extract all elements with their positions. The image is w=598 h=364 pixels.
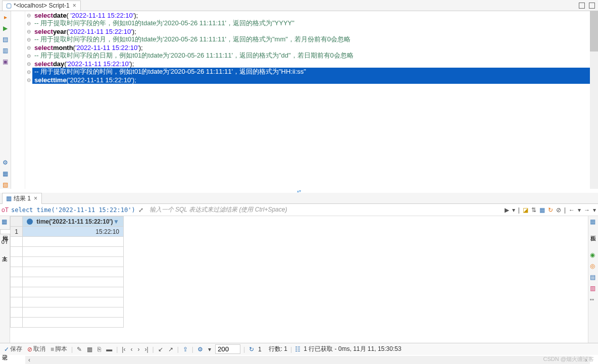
- nav1-icon[interactable]: ↙: [157, 346, 164, 353]
- fold-marker[interactable]: ⊖: [25, 51, 32, 60]
- page-size-input[interactable]: [215, 344, 240, 354]
- editor-tab-bar: ▢ *<localhost> Script-1 ×: [0, 0, 598, 11]
- script-button[interactable]: ≡脚本: [49, 345, 68, 353]
- fold-marker[interactable]: ⊖: [25, 35, 32, 43]
- panel3-icon[interactable]: ▤: [590, 274, 597, 281]
- row-number[interactable]: 1: [11, 227, 23, 237]
- left-vertical-tabs: ▦ 网格 oT 文本 记录: [0, 216, 10, 352]
- panel1-icon[interactable]: ◉: [590, 251, 597, 258]
- filter-input[interactable]: 输入一个 SQL 表达式来过滤结果 (使用 Ctrl+Space): [146, 205, 502, 214]
- grid-icon[interactable]: ▦: [86, 346, 93, 353]
- link-icon[interactable]: ▦: [2, 170, 10, 178]
- grid-corner[interactable]: [11, 217, 23, 227]
- pin-icon[interactable]: ⊘: [556, 206, 561, 214]
- dropdown-icon[interactable]: ▾: [593, 206, 596, 214]
- executed-sql: select time('2022-11-11 15:22:10'): [11, 206, 135, 214]
- filter-toggle-icon[interactable]: ◪: [523, 206, 528, 214]
- nav2-icon[interactable]: ↗: [167, 346, 174, 353]
- fold-marker[interactable]: ⊖: [25, 60, 32, 68]
- results-tab-bar: ▦ 结果 1 ×: [0, 193, 598, 204]
- rows-label: 行数: 1: [269, 345, 287, 353]
- text-vtab[interactable]: 文本: [0, 249, 10, 253]
- settings-icon[interactable]: ⚙: [2, 159, 10, 167]
- column-header[interactable]: time('2022-11-11 15:22:10') ▼: [23, 217, 124, 227]
- back-icon[interactable]: ←: [569, 206, 575, 214]
- fold-marker[interactable]: ⊖: [25, 43, 32, 51]
- watermark: CSDN @烟火缠过客: [543, 355, 594, 363]
- close-icon[interactable]: ×: [72, 2, 77, 9]
- settings-icon[interactable]: ⚙: [196, 346, 204, 353]
- panel5-icon[interactable]: ▪▪: [590, 296, 597, 303]
- window-controls: [579, 3, 598, 9]
- panels-vtab[interactable]: 面板: [588, 229, 598, 233]
- panels-icon[interactable]: ▦: [590, 218, 597, 225]
- dropdown-icon[interactable]: ▾: [512, 206, 515, 214]
- commit-icon[interactable]: ▣: [2, 58, 10, 66]
- refresh-icon[interactable]: ↻: [548, 206, 553, 214]
- tab-title: *<localhost> Script-1: [14, 2, 70, 9]
- vertical-scrollbar[interactable]: [590, 11, 598, 189]
- execute-icon[interactable]: ▸: [2, 13, 10, 21]
- status-bar: ✓保存 ⊘取消 ≡脚本 | ✎ ▦ ⎘ ▬ | |‹ ‹ › ›| | ↙ ↗ …: [0, 343, 598, 355]
- page-number: 1: [258, 346, 262, 353]
- sql-icon: oT: [2, 207, 8, 213]
- minimize-icon[interactable]: [579, 3, 585, 9]
- prev-page-icon[interactable]: ‹: [129, 346, 133, 353]
- explain-icon[interactable]: ▤: [2, 35, 10, 43]
- script-tab[interactable]: ▢ *<localhost> Script-1 ×: [2, 1, 81, 11]
- next-page-icon[interactable]: ›: [136, 346, 140, 353]
- info-icon: ☷: [295, 346, 301, 353]
- export-icon[interactable]: ⇪: [182, 346, 189, 353]
- expand-icon[interactable]: ⤢: [138, 206, 143, 214]
- fold-marker[interactable]: ⊖: [25, 11, 32, 19]
- fold-marker[interactable]: ⊖: [25, 27, 32, 35]
- panel4-icon[interactable]: ▥: [590, 285, 597, 292]
- filter-icon[interactable]: ▼: [113, 218, 119, 225]
- play-icon[interactable]: ▶: [505, 206, 509, 214]
- data-cell[interactable]: 15:22:10: [23, 227, 124, 237]
- delete-icon[interactable]: ▬: [105, 346, 113, 353]
- db-icon[interactable]: ▧: [2, 181, 10, 189]
- refresh-icon[interactable]: ↻: [248, 346, 255, 353]
- editor-area: ▸ ▶ ▤ ▥ ▣ ⚙ ▦ ▧ ⊖ ⊖ ⊖ ⊖ ⊖ ⊖ ⊖ ⊖ ⊖ select…: [0, 11, 598, 189]
- results-tab[interactable]: ▦ 结果 1 ×: [2, 193, 42, 204]
- horizontal-scrollbar[interactable]: ‹ ›: [25, 356, 590, 364]
- plan-icon[interactable]: ▥: [2, 46, 10, 55]
- text-view-icon[interactable]: oT: [2, 238, 9, 245]
- grid-vtab[interactable]: 网格: [0, 229, 10, 234]
- dropdown-icon[interactable]: ▾: [207, 346, 212, 353]
- last-page-icon[interactable]: ›|: [143, 346, 149, 353]
- sql-file-icon: ▢: [6, 3, 12, 9]
- save-button[interactable]: ✓保存: [3, 345, 23, 353]
- grid-icon: ▦: [6, 195, 12, 201]
- maximize-icon[interactable]: [589, 3, 595, 9]
- execute-script-icon[interactable]: ▶: [2, 24, 10, 32]
- grid-view-icon[interactable]: ▦: [2, 218, 9, 225]
- line-gutter: [11, 11, 25, 189]
- results-grid[interactable]: time('2022-11-11 15:22:10') ▼ 1 15:22:10: [10, 216, 588, 352]
- dropdown-icon[interactable]: ▾: [578, 206, 581, 214]
- sash-handle[interactable]: ▴▾: [0, 189, 598, 193]
- forward-icon[interactable]: →: [584, 206, 590, 214]
- results-tab-label: 结果 1: [14, 194, 31, 203]
- code-editor[interactable]: select date( '2022-11-11 15:22:10' ); --…: [32, 11, 598, 189]
- fetch-status: 1 行已获取 - 0ms, 11月 11, 15:30:53: [304, 345, 401, 353]
- edit-icon[interactable]: ✎: [76, 346, 83, 353]
- results-body: ▦ 网格 oT 文本 记录 time('2022-11-11 15:22:10'…: [0, 216, 598, 352]
- fold-marker[interactable]: ⊖: [25, 76, 32, 84]
- copy-icon[interactable]: ⎘: [96, 346, 102, 353]
- close-icon[interactable]: ×: [33, 195, 38, 202]
- sort-icon[interactable]: ⇅: [531, 206, 536, 214]
- fold-marker[interactable]: ⊖: [25, 19, 32, 27]
- left-toolbar: ▸ ▶ ▤ ▥ ▣ ⚙ ▦ ▧: [0, 11, 11, 189]
- cancel-button[interactable]: ⊘取消: [26, 345, 46, 353]
- results-toolbar: oT select time('2022-11-11 15:22:10') ⤢ …: [0, 204, 598, 216]
- fold-marker[interactable]: ⊖: [25, 68, 32, 76]
- first-page-icon[interactable]: |‹: [121, 346, 126, 353]
- clock-icon: [27, 219, 33, 225]
- columns-icon[interactable]: ▦: [539, 206, 545, 214]
- right-vertical-tabs: ▦ 面板 ◉ ◎ ▤ ▥ ▪▪: [588, 216, 598, 352]
- scroll-left-icon[interactable]: ‹: [25, 356, 33, 363]
- panel2-icon[interactable]: ◎: [590, 263, 597, 270]
- fold-gutter: ⊖ ⊖ ⊖ ⊖ ⊖ ⊖ ⊖ ⊖ ⊖: [25, 11, 32, 189]
